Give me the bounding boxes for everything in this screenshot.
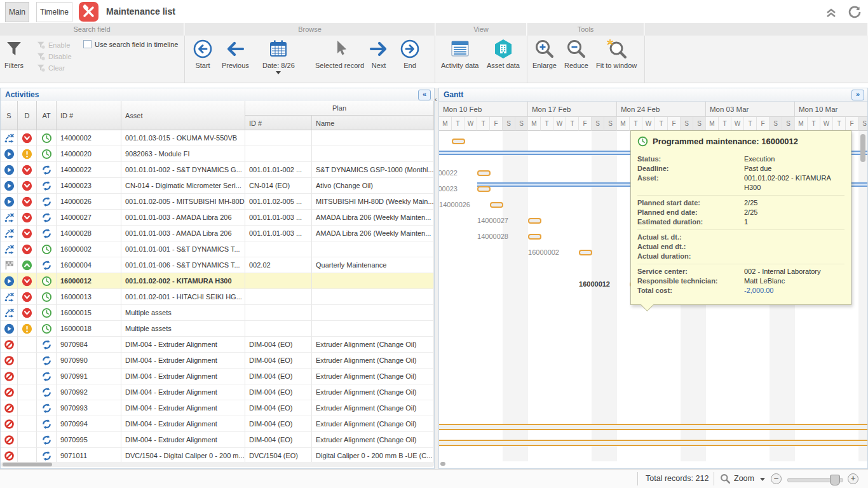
table-row[interactable]: 14000028001.01.01-003 - AMADA Libra 2060…: [1, 226, 434, 241]
date-button[interactable]: Date: 8/26: [262, 38, 295, 74]
table-row[interactable]: 16000015Multiple assets: [1, 305, 434, 321]
checkbox-icon[interactable]: [83, 40, 92, 48]
day-header: F: [668, 117, 681, 131]
collapse-activities-button[interactable]: «: [418, 90, 431, 100]
cell-at: [37, 178, 57, 194]
table-row[interactable]: 9070995DIM-004 - Extruder AlignmentDIM-0…: [1, 432, 434, 448]
clock-icon: [41, 276, 52, 287]
enlarge-button[interactable]: Enlarge: [532, 38, 557, 69]
table-row[interactable]: 14000023CN-014 - Digimatic Micrometer Se…: [1, 178, 434, 194]
expand-gantt-button[interactable]: »: [851, 90, 864, 100]
cell-id: 9070994: [57, 416, 121, 432]
table-row[interactable]: 16000002001.01.01-001 - S&T DYNAMICS T..…: [1, 241, 434, 257]
start-button[interactable]: Start: [193, 38, 213, 69]
tooltip: Programmed maintenance: 16000012 Status:…: [630, 130, 851, 305]
tooltip-field-label: Total cost:: [637, 286, 744, 295]
table-row[interactable]: 9070991DIM-004 - Extruder AlignmentDIM-0…: [1, 369, 434, 384]
table-row[interactable]: 9071011DVC/1504 - Digital Caliper 0 - 20…: [1, 448, 434, 463]
table-row[interactable]: 9070984DIM-004 - Extruder AlignmentDIM-0…: [1, 337, 434, 353]
column-header-id[interactable]: ID #: [57, 101, 121, 130]
next-button[interactable]: Next: [368, 38, 390, 69]
table-row[interactable]: 9070993DIM-004 - Extruder AlignmentDIM-0…: [1, 400, 434, 416]
tab-timeline[interactable]: Timeline: [36, 2, 72, 22]
day-header: W: [731, 117, 744, 131]
gantt-bar[interactable]: [528, 218, 541, 224]
gantt-bar-label: 16000002: [521, 248, 559, 256]
day-header: M: [617, 117, 630, 131]
tooltip-field: Planned end date:2/25: [637, 208, 844, 217]
selected-record-button[interactable]: Selected record: [315, 38, 364, 69]
zoom-slider-handle[interactable]: [830, 475, 840, 485]
clear-button[interactable]: Clear: [37, 62, 72, 74]
cell-at: [37, 305, 57, 321]
gantt-span-bar-orange[interactable]: [439, 424, 868, 430]
cell-plan_id: 002.02: [245, 257, 312, 273]
cell-at: [37, 210, 57, 226]
zoom-in-button[interactable]: +: [848, 473, 858, 484]
cell-d: [18, 305, 37, 321]
table-row[interactable]: 14000026001.01.02-005 - MITSUBISHI MH-80…: [1, 194, 434, 210]
gantt-span-bar-orange[interactable]: [439, 440, 868, 446]
reduce-button[interactable]: Reduce: [564, 38, 588, 69]
cell-d: [18, 241, 37, 257]
table-row[interactable]: 9070992DIM-004 - Extruder AlignmentDIM-0…: [1, 384, 434, 400]
zoom-out-button[interactable]: −: [771, 473, 782, 484]
tooltip-field: Responsible technician:Matt LeBlanc: [637, 276, 844, 286]
column-header-d[interactable]: D: [18, 101, 37, 130]
table-row[interactable]: 14000022001.01.01-002 - S&T DYNAMICS G..…: [1, 162, 434, 178]
table-row[interactable]: 16000004001.01.01-006 - S&T DYNAMICS T..…: [1, 257, 434, 273]
day-header: T: [630, 117, 642, 131]
column-header-plan-id[interactable]: ID #: [245, 116, 312, 130]
previous-button[interactable]: Previous: [222, 38, 249, 69]
end-button[interactable]: End: [400, 38, 420, 69]
column-header-plan[interactable]: Plan: [245, 101, 434, 116]
day-header: T: [833, 117, 846, 131]
table-row[interactable]: 9070994DIM-004 - Extruder AlignmentDIM-0…: [1, 416, 434, 432]
splitter-collapse-icon[interactable]: ‹: [435, 95, 437, 103]
gantt-bar[interactable]: [477, 170, 491, 176]
gantt-horizontal-scrollbar[interactable]: [440, 462, 445, 466]
enable-button[interactable]: Enable: [37, 39, 72, 51]
cell-d: [18, 194, 37, 210]
zoom-slider[interactable]: [787, 478, 843, 482]
table-row[interactable]: 14000027001.01.01-003 - AMADA Libra 2060…: [1, 210, 434, 226]
zoom-label[interactable]: Zoom: [734, 474, 754, 483]
column-header-plan-name[interactable]: Name: [312, 116, 434, 130]
fit-to-window-button[interactable]: Fit to window: [596, 38, 637, 69]
asset-data-button[interactable]: Asset data: [487, 38, 520, 69]
gantt-vertical-scrollbar[interactable]: [860, 134, 865, 162]
gantt-bar[interactable]: [490, 202, 503, 208]
table-row[interactable]: 16000012001.01.02-002 - KITAMURA H300: [1, 273, 434, 289]
activities-horizontal-scrollbar[interactable]: [1, 462, 434, 467]
play-icon: [4, 180, 15, 191]
cell-asset: DIM-004 - Extruder Alignment: [121, 400, 245, 416]
cell-plan_id: DIM-004 (EO): [245, 337, 312, 353]
gantt-bar[interactable]: [477, 186, 491, 192]
gantt-bar[interactable]: [579, 250, 592, 255]
scrollbar-thumb[interactable]: [3, 463, 52, 466]
filters-button[interactable]: Filters: [4, 38, 24, 69]
column-header-at[interactable]: AT: [37, 101, 57, 130]
fit-to-window-icon: [606, 38, 627, 60]
cell-s: [1, 305, 18, 321]
activity-data-button[interactable]: Activity data: [441, 38, 478, 69]
table-row[interactable]: 9070990DIM-004 - Extruder AlignmentDIM-0…: [1, 353, 434, 369]
footer-divider: [714, 472, 714, 485]
gantt-bar[interactable]: [528, 234, 541, 240]
table-row[interactable]: 14000002001.01.03-015 - OKUMA MV-550VB: [1, 130, 434, 146]
column-header-asset[interactable]: Asset: [121, 101, 245, 130]
cell-s: [1, 178, 18, 194]
column-header-s[interactable]: S: [1, 101, 18, 130]
gantt-bar[interactable]: [452, 139, 465, 144]
tab-main[interactable]: Main: [5, 2, 29, 22]
table-row[interactable]: 140000209082063 - Module FI: [1, 146, 434, 162]
use-search-field-checkbox-row[interactable]: Use search field in timeline: [83, 40, 178, 48]
zoom-dropdown-caret-icon[interactable]: [760, 478, 765, 481]
disable-button[interactable]: Disable: [37, 51, 72, 62]
table-row[interactable]: 16000013001.01.02-001 - HITACHI SEIKI HG…: [1, 289, 434, 305]
table-row[interactable]: 16000018Multiple assets: [1, 321, 434, 337]
chevrons-up-icon[interactable]: [824, 5, 838, 19]
tooltip-field-label: Actual duration:: [637, 252, 744, 261]
refresh-icon[interactable]: [847, 5, 861, 19]
group-browse: Start Previous Date: 8/26: [185, 36, 435, 83]
